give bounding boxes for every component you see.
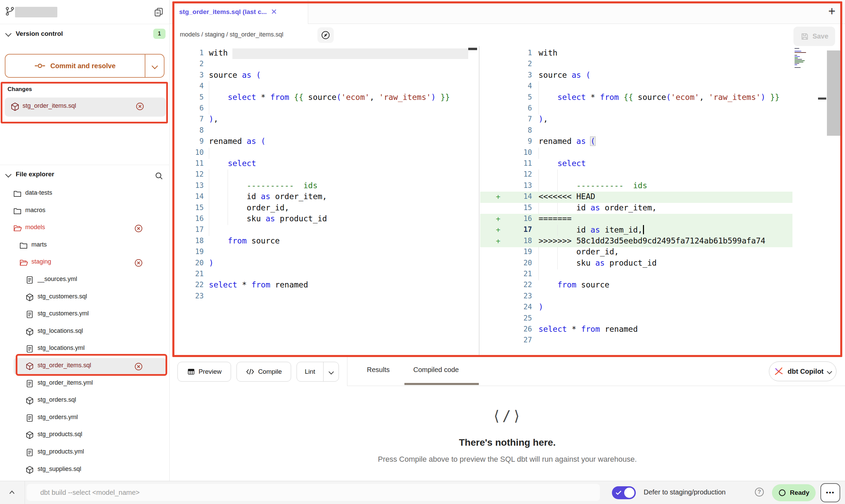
file-row-stg-order-items-yml[interactable]: stg_order_items.yml [0, 375, 170, 392]
code-line[interactable]: 8 [480, 125, 792, 137]
code-line[interactable]: 10 [170, 148, 468, 159]
code-line[interactable]: 16 sku as product_id [170, 214, 468, 225]
chevron-down-icon[interactable] [5, 30, 11, 36]
code-line[interactable]: 21 [480, 269, 792, 280]
expand-panel-icon[interactable] [8, 489, 16, 495]
code-line[interactable]: 2 [170, 59, 468, 70]
file-row--sources-yml[interactable]: __sources.yml [0, 271, 170, 288]
chevron-down-icon[interactable] [5, 171, 11, 177]
code-line[interactable]: 7), [170, 114, 468, 125]
new-tab-button[interactable]: + [828, 4, 835, 18]
code-line[interactable]: 27 [480, 335, 792, 346]
code-editor-modified[interactable]: 1with23source as (45 select * from {{ so… [480, 46, 845, 355]
code-line[interactable]: 18 from source [170, 236, 468, 247]
code-line[interactable]: 24) [480, 302, 792, 313]
code-line[interactable]: 20 sku as product_id [480, 258, 792, 269]
code-line[interactable]: 1with [480, 48, 792, 59]
code-line[interactable]: 22select * from renamed [170, 280, 468, 291]
code-line[interactable]: 12 [170, 169, 468, 181]
file-row-staging[interactable]: staging [0, 254, 170, 271]
help-icon[interactable]: ? [755, 488, 764, 496]
file-row-stg-orders-sql[interactable]: stg_orders.sql [0, 392, 170, 409]
code-line[interactable]: 5 select * from {{ source('ecom', 'raw_i… [170, 92, 468, 104]
model-cube-icon [25, 362, 34, 371]
code-line[interactable]: 15 order_id, [170, 203, 468, 214]
code-line[interactable]: 23 [480, 291, 792, 302]
vertical-scrollbar[interactable] [827, 50, 842, 136]
code-line[interactable]: 4 [480, 81, 792, 92]
tab-results[interactable]: Results [367, 366, 390, 374]
code-line[interactable]: 23 [170, 291, 468, 302]
file-row-stg-order-items-sql[interactable]: stg_order_items.sql [0, 358, 170, 375]
save-button[interactable]: Save [793, 27, 835, 46]
code-line[interactable]: 9renamed as ( [170, 136, 468, 148]
file-row-stg-customers-yml[interactable]: stg_customers.yml [0, 306, 170, 323]
file-row-stg-products-sql[interactable]: stg_products.sql [0, 427, 170, 444]
code-line[interactable]: 15 id as order_item, [480, 203, 792, 214]
tab-stg-order-items[interactable]: stg_order_items.sql (last c... ✕ [172, 0, 308, 24]
minimap[interactable] [793, 47, 818, 72]
code-editor-original[interactable]: 1with23source as (45 select * from {{ so… [170, 46, 478, 355]
close-tab-icon[interactable]: ✕ [271, 8, 277, 16]
code-line[interactable]: 7), [480, 114, 792, 125]
search-icon[interactable] [154, 171, 164, 181]
code-line[interactable]: 19 [170, 247, 468, 258]
file-row-macros[interactable]: macros [0, 203, 170, 220]
code-line[interactable]: 5 select * from {{ source('ecom', 'raw_i… [480, 92, 792, 104]
code-line[interactable]: +18>>>>>>> 58c1dd23d5eebd9cd2495fa7124ab… [480, 236, 792, 247]
lint-button[interactable]: Lint [297, 362, 323, 381]
code-line[interactable]: 25 [480, 313, 792, 325]
code-line[interactable]: 6 [170, 103, 468, 115]
defer-toggle[interactable] [612, 486, 636, 499]
command-input[interactable]: dbt build --select <model_name> [27, 484, 600, 501]
code-line[interactable]: 11 select [480, 159, 792, 170]
code-line[interactable]: 9renamed as ( [480, 136, 792, 148]
code-line[interactable]: 13 ---------- ids [480, 181, 792, 192]
commit-and-resolve-button[interactable]: Commit and resolve [5, 54, 164, 78]
code-line[interactable]: 20) [170, 258, 468, 269]
file-row-stg-customers-sql[interactable]: stg_customers.sql [0, 289, 170, 306]
code-line[interactable]: 22 from source [480, 280, 792, 291]
code-line[interactable]: 21 [170, 269, 468, 280]
code-line[interactable]: 4 [170, 81, 468, 92]
code-line[interactable]: +17 id as item_id, [480, 225, 792, 236]
code-line[interactable]: 26select * from renamed [480, 324, 792, 336]
code-line[interactable]: +16======= [480, 214, 792, 225]
code-line[interactable]: 3source as ( [170, 70, 468, 81]
preview-button[interactable]: Preview [177, 362, 231, 382]
dbt-copilot-button[interactable]: dbt Copilot [769, 361, 836, 381]
discard-change-icon[interactable] [134, 362, 143, 371]
code-line[interactable]: 6 [480, 103, 792, 115]
code-line[interactable]: 11 select [170, 159, 468, 170]
code-line[interactable]: 8 [170, 125, 468, 137]
file-row-stg-products-yml[interactable]: stg_products.yml [0, 444, 170, 461]
discard-change-icon[interactable] [134, 258, 143, 268]
compile-button[interactable]: Compile [237, 362, 291, 382]
code-line[interactable]: 17 [170, 225, 468, 236]
code-line[interactable]: 13 ---------- ids [170, 181, 468, 192]
more-menu-button[interactable]: ••• [820, 483, 840, 502]
code-line[interactable]: +14<<<<<<< HEAD [480, 192, 792, 203]
file-row-stg-orders-yml[interactable]: stg_orders.yml [0, 410, 170, 427]
file-row-stg-supplies-sql[interactable]: stg_supplies.sql [0, 461, 170, 478]
discard-change-icon[interactable] [135, 102, 145, 111]
code-line[interactable]: 2 [480, 59, 792, 70]
tab-compiled-code[interactable]: Compiled code [413, 366, 459, 374]
file-row-stg-locations-yml[interactable]: stg_locations.yml [0, 340, 170, 357]
code-line[interactable]: 14 id as order_item, [170, 192, 468, 203]
file-row-marts[interactable]: marts [0, 237, 170, 254]
copy-icon[interactable] [154, 7, 164, 17]
lint-dropdown-button[interactable] [324, 362, 339, 381]
file-row-data-tests[interactable]: data-tests [0, 185, 170, 202]
changed-file-item[interactable]: stg_order_items.sql [5, 98, 166, 117]
commit-dropdown-button[interactable] [145, 55, 164, 77]
code-line[interactable]: 3source as ( [480, 70, 792, 81]
code-line[interactable]: 1with [170, 48, 468, 59]
discard-change-icon[interactable] [134, 224, 143, 233]
file-row-models[interactable]: models [0, 220, 170, 237]
lineage-button[interactable] [317, 27, 334, 43]
code-line[interactable]: 19 order_id, [480, 247, 792, 258]
code-line[interactable]: 10 [480, 148, 792, 159]
code-line[interactable]: 12 [480, 169, 792, 181]
file-row-stg-locations-sql[interactable]: stg_locations.sql [0, 323, 170, 340]
